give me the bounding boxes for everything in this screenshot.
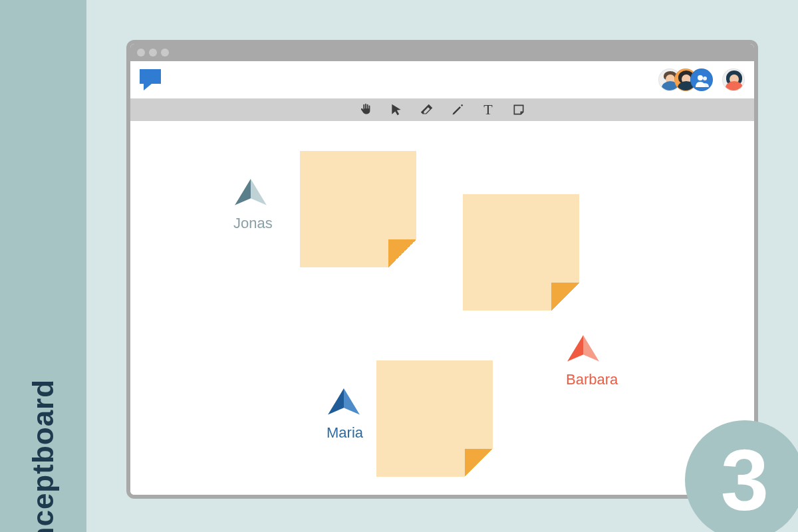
svg-point-2 (698, 75, 703, 80)
text-tool-icon[interactable]: T (481, 102, 495, 117)
collaborator-avatars (658, 68, 745, 91)
avatar-user[interactable] (722, 68, 745, 91)
collaborator-cursor: Maria (327, 387, 363, 442)
avatar-group-icon[interactable] (690, 68, 713, 91)
sticky-note[interactable] (376, 360, 493, 477)
svg-marker-1 (144, 84, 152, 90)
sticky-fold-icon (551, 283, 579, 311)
window-control-dot[interactable] (137, 49, 145, 57)
pen-tool-icon[interactable] (450, 102, 465, 117)
svg-rect-0 (140, 69, 161, 84)
header-bar (130, 61, 754, 98)
cursor-label: Maria (327, 424, 363, 442)
collaborator-cursor: Jonas (233, 178, 273, 232)
svg-marker-9 (567, 335, 583, 362)
app-window: T Jonas (126, 40, 758, 499)
sticky-fold-icon (465, 449, 493, 477)
brand-sidebar: Conceptboard (0, 0, 86, 532)
svg-marker-5 (235, 179, 251, 205)
step-number: 3 (721, 430, 769, 530)
window-control-dot[interactable] (161, 49, 169, 57)
sticky-fold-icon (388, 239, 416, 267)
cursor-arrow-icon (233, 178, 268, 212)
cursor-label: Barbara (566, 371, 618, 388)
pointer-tool-icon[interactable] (389, 102, 404, 117)
hand-tool-icon[interactable] (358, 102, 373, 117)
eraser-tool-icon[interactable] (420, 102, 434, 117)
sticky-note[interactable] (463, 194, 579, 311)
cursor-arrow-icon (327, 387, 361, 422)
svg-marker-6 (344, 388, 360, 415)
svg-marker-4 (251, 179, 267, 205)
svg-marker-7 (328, 388, 344, 415)
svg-marker-8 (583, 335, 599, 362)
window-control-dot[interactable] (149, 49, 157, 57)
window-titlebar (130, 44, 754, 61)
sticky-note[interactable] (300, 151, 416, 267)
chat-logo-icon[interactable] (140, 69, 164, 90)
cursor-arrow-icon (566, 334, 600, 368)
sticky-tool-icon[interactable] (511, 102, 526, 117)
main-area: T Jonas (86, 0, 798, 532)
collaborator-cursor: Barbara (566, 334, 618, 388)
svg-point-3 (703, 76, 707, 80)
toolbar: T (130, 98, 754, 121)
whiteboard-canvas[interactable]: Jonas Maria Barbara (130, 121, 754, 495)
cursor-label: Jonas (233, 215, 273, 232)
brand-label: Conceptboard (27, 379, 60, 532)
